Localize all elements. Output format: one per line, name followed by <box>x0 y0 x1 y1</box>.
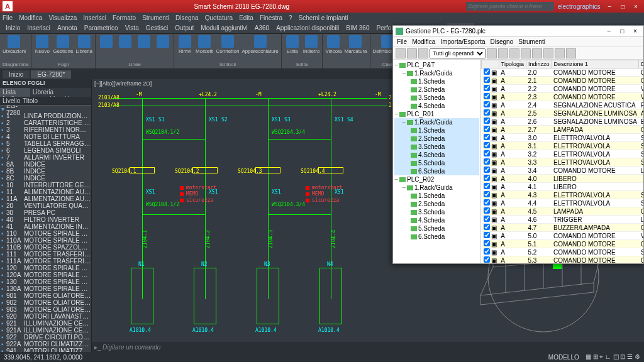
sheet-row[interactable]: ▪4NOTE DI LETTURA <box>0 133 91 140</box>
plc-row[interactable]: ▣A2.3COMANDO MOTOREVELOCITA' 1/3 <box>482 93 644 101</box>
plc-row[interactable]: ▣A2.7LAMPADACONFERMA PUNTO MANU <box>482 126 644 134</box>
plc-tree-node[interactable]: −1.Rack/Guida <box>394 69 479 77</box>
doc-tab[interactable]: Inizio <box>3 70 30 79</box>
sheet-row[interactable]: ▪130AMOTORE SPIRALE FOL… <box>0 285 91 292</box>
sheet-row[interactable]: ▪2CARATTERISTICHE EL… <box>0 119 91 126</box>
view-label[interactable]: [−][Alto][Wireframe 2D] <box>94 80 152 87</box>
close-button[interactable]: × <box>630 3 641 10</box>
sheet-row[interactable]: ▪922DRIVE CIRCUITI POTE… <box>0 334 91 341</box>
plc-maximize-button[interactable]: □ <box>616 28 628 35</box>
row-checkbox[interactable] <box>484 118 490 124</box>
plc-tool-icon[interactable] <box>509 48 519 58</box>
plc-row[interactable]: ▣A5.2COMANDO MOTORESTOP DISCESA CAPO SU <box>482 248 644 256</box>
plc-tool-icon[interactable] <box>396 48 406 58</box>
plc-tool-icon[interactable] <box>532 48 542 58</box>
ribbon-button[interactable] <box>136 35 152 48</box>
sheet-row[interactable]: ▪120AMOTORE SPIRALE RAF… <box>0 272 91 278</box>
ribbon-button[interactable]: Nuovo <box>34 35 50 54</box>
plc-tool-icon[interactable] <box>521 48 531 58</box>
row-checkbox[interactable] <box>484 232 490 238</box>
ribbon-button[interactable]: Gestione <box>53 35 73 54</box>
plc-tree-node[interactable]: 6.Scheda <box>394 233 479 241</box>
sheet-row[interactable]: ▪920MOTORI LAVANASTRO <box>0 313 91 320</box>
ribbon-button[interactable]: Morsetti <box>196 35 213 54</box>
plc-row[interactable]: ▣A2.5SEGNALAZIONE LUMINOSAANOMALIA <box>482 109 644 118</box>
sheet-row[interactable]: ▪941MOTORI CLIMATIZZAZ… <box>0 348 91 352</box>
sheet-row[interactable]: ▪5TABELLA SERRAGGIO … <box>0 140 91 147</box>
ribbon-button[interactable]: Rimvi <box>177 35 193 54</box>
plc-tree-node[interactable]: 5.Scheda <box>394 224 479 233</box>
plc-tree[interactable]: −PLC_P&T−1.Rack/Guida 1.Scheda 2.Scheda … <box>393 60 481 263</box>
plc-row[interactable]: ▣A4.1LIBERO <box>482 183 644 191</box>
plc-tree-node[interactable]: −1.Rack/Guida <box>394 184 479 192</box>
tab-macroblock-lib[interactable]: Libreria macroblocchi <box>30 88 91 97</box>
plc-row[interactable]: ▣A5.0COMANDO MOTOREVITE CARICO <box>482 232 644 240</box>
menu-item[interactable]: Finestra <box>260 14 282 21</box>
plc-tool-icon[interactable] <box>555 48 565 58</box>
sheet-row[interactable]: ▪922AMOTORI CLIMATIZZAZ… <box>0 341 91 348</box>
plc-row[interactable]: ▣A3.0ELETTROVALVOLASTOP 1 <box>482 134 644 142</box>
plc-col-header[interactable]: Descrizione 2 <box>639 60 643 69</box>
ribbon-tab[interactable]: Vista <box>122 23 142 33</box>
row-checkbox[interactable] <box>484 175 490 181</box>
ribbon-button[interactable]: Vincola <box>325 35 341 54</box>
sheet-row[interactable]: ▪6LEGENDA SIMBOLI <box>0 147 91 154</box>
plc-row[interactable]: ▣A3.4COMANDO MOTORELINEA JENSEN <box>482 167 644 175</box>
ribbon-button[interactable] <box>117 35 133 48</box>
menu-item[interactable]: Strumenti <box>142 14 169 21</box>
row-checkbox[interactable] <box>484 142 490 148</box>
ribbon-button[interactable]: Libreria <box>75 35 92 54</box>
sheet-row[interactable]: ▪8BINDICE <box>0 168 91 175</box>
row-checkbox[interactable] <box>484 183 490 189</box>
plc-tool-icon[interactable] <box>566 48 576 58</box>
menu-item[interactable]: Modifica <box>19 14 42 21</box>
sheet-row[interactable]: ▪111AMOTORE TRASFERIME… <box>0 258 91 265</box>
sheet-row[interactable]: ▪8CINDICE <box>0 175 91 182</box>
model-space-label[interactable]: MODELLO <box>548 354 579 361</box>
plc-tree-node[interactable]: 5.Scheda <box>394 159 479 167</box>
menu-item[interactable]: Disegna <box>175 14 199 21</box>
sheet-row[interactable]: ▪20VENTILATORE QUADRO <box>0 202 91 209</box>
row-checkbox[interactable] <box>484 240 490 246</box>
plc-tool-icon[interactable] <box>418 48 428 58</box>
ribbon-tab[interactable]: Annota <box>54 23 80 33</box>
plc-row[interactable]: ▣A4.4ELETTROVALVOLASPINTORE <box>482 199 644 207</box>
plc-table[interactable]: TipologiaIndirizzoDescrizione 1Descrizio… <box>481 60 643 263</box>
menu-item[interactable]: File <box>3 14 13 21</box>
sheet-row[interactable]: ▪902MOTORE OLIATORE C… <box>0 299 91 306</box>
row-checkbox[interactable] <box>484 216 490 222</box>
row-checkbox[interactable] <box>484 126 490 132</box>
plc-row[interactable]: ▣A4.3ELETTROVALVOLASINGOLARIZZATORE <box>482 191 644 199</box>
menu-item[interactable]: ? <box>289 14 292 21</box>
plc-row[interactable]: ▣A3.2ELETTROVALVOLASTOP 3 <box>482 150 644 158</box>
row-checkbox[interactable] <box>484 167 490 173</box>
plc-row[interactable]: ▣A4.5LAMPADACARICO ATTIVO <box>482 207 644 216</box>
plc-tool-icon[interactable] <box>407 48 417 58</box>
plc-col-header[interactable] <box>482 60 499 69</box>
plc-tree-node[interactable]: 2.Scheda <box>394 134 479 143</box>
ribbon-tab[interactable]: Moduli aggiuntivi <box>197 23 251 33</box>
plc-tree-node[interactable]: 3.Scheda <box>394 143 479 151</box>
plc-col-header[interactable]: Tipologia <box>499 60 526 69</box>
plc-tree-node[interactable]: −PLC_R01 <box>394 110 479 118</box>
row-checkbox[interactable] <box>484 207 490 214</box>
sheet-row[interactable]: ▪111MOTORE TRASFERIME… <box>0 251 91 258</box>
ribbon-button[interactable]: Edita <box>284 35 301 54</box>
maximize-button[interactable]: □ <box>617 3 628 10</box>
sheet-row[interactable]: ▪921ILLUMINAZIONE CELLA… <box>0 320 91 327</box>
plc-col-header[interactable]: Indirizzo <box>526 60 552 69</box>
plc-tree-node[interactable]: 2.Scheda <box>394 85 479 94</box>
row-checkbox[interactable] <box>484 191 490 197</box>
search-input[interactable] <box>466 2 554 11</box>
plc-tree-node[interactable]: 1.Scheda <box>394 77 479 85</box>
row-checkbox[interactable] <box>484 85 490 91</box>
plc-tree-node[interactable]: 2.Scheda <box>394 200 479 208</box>
plc-tree-node[interactable]: 3.Scheda <box>394 94 479 102</box>
plc-row[interactable]: ▣A5.3COMANDO MOTORECATENA DI CARICO AVAN <box>482 256 644 264</box>
plc-row[interactable]: ▣A2.4SEGNALAZIONE ACUSTICAPREAVVISO MARC… <box>482 101 644 109</box>
command-line[interactable]: ▸_ Digitare un comando <box>92 342 644 352</box>
menu-item[interactable]: Quotatura <box>205 14 233 21</box>
sheet-row[interactable]: ▪3RIFERIMENTI NORMAT… <box>0 126 91 133</box>
ribbon-button[interactable]: Ubicazioni <box>3 35 26 54</box>
sheet-row[interactable]: ▾EG-7280 <box>0 106 91 112</box>
